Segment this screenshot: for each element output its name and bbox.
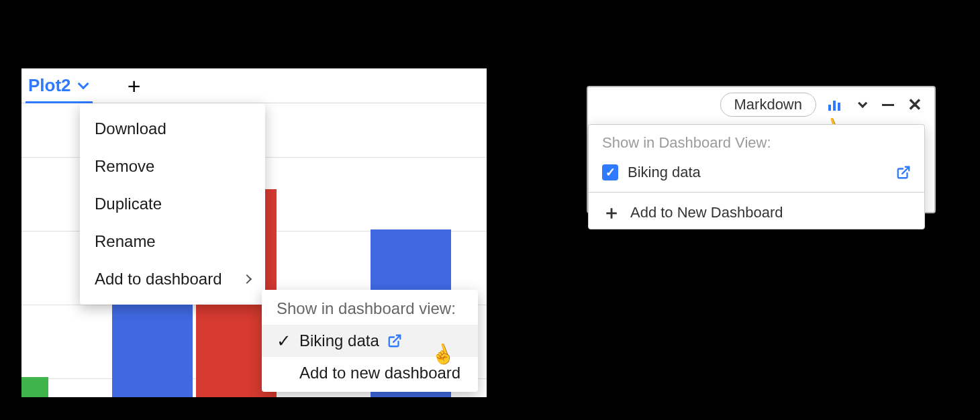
submenu-item-biking-data[interactable]: ✓ Biking data bbox=[262, 325, 478, 357]
submenu-header: Show in dashboard view: bbox=[262, 290, 478, 325]
svg-rect-1 bbox=[828, 105, 831, 111]
add-to-new-dashboard[interactable]: ＋ Add to New Dashboard bbox=[589, 197, 924, 229]
menu-item-label: Duplicate bbox=[95, 195, 162, 213]
menu-item-label: Download bbox=[95, 119, 166, 138]
bar-chart-icon[interactable] bbox=[826, 96, 843, 113]
dashboard-menu-header: Show in Dashboard View: bbox=[589, 125, 924, 157]
menu-item-label: Add to dashboard bbox=[95, 270, 222, 288]
plot-panel: Plot2 + Download Remove Duplicate Rename… bbox=[21, 68, 487, 397]
add-tab-button[interactable]: + bbox=[122, 74, 146, 98]
dashboard-submenu: Show in dashboard view: ✓ Biking data Ad… bbox=[262, 290, 478, 392]
submenu-item-label: Add to new dashboard bbox=[299, 364, 460, 382]
svg-rect-3 bbox=[838, 103, 840, 111]
plus-icon: ＋ bbox=[602, 203, 621, 222]
plus-icon: + bbox=[128, 74, 141, 97]
open-external-icon[interactable] bbox=[387, 333, 402, 348]
chevron-down-icon[interactable] bbox=[77, 78, 89, 89]
checkbox-checked-icon[interactable]: ✓ bbox=[602, 164, 618, 180]
menu-duplicate[interactable]: Duplicate bbox=[80, 185, 265, 223]
dashboard-view-menu: Show in Dashboard View: ✓ Biking data ＋ … bbox=[588, 124, 925, 229]
submenu-item-label: Biking data bbox=[299, 331, 379, 350]
menu-item-label: Rename bbox=[95, 232, 156, 251]
tabbar: Plot2 + bbox=[21, 68, 487, 103]
dashboard-item-label: Add to New Dashboard bbox=[630, 204, 783, 221]
bar-green bbox=[21, 377, 48, 397]
minimize-icon[interactable] bbox=[879, 96, 897, 113]
menu-download[interactable]: Download bbox=[80, 110, 265, 148]
cell-type-label: Markdown bbox=[734, 96, 802, 113]
tab-context-menu: Download Remove Duplicate Rename Add to … bbox=[80, 103, 265, 305]
cell-type-selector[interactable]: Markdown bbox=[720, 93, 816, 117]
tab-label: Plot2 bbox=[28, 75, 71, 96]
svg-line-0 bbox=[393, 335, 400, 342]
menu-remove[interactable]: Remove bbox=[80, 148, 265, 185]
menu-item-label: Remove bbox=[95, 157, 154, 176]
dashboard-item-label: Biking data bbox=[628, 164, 701, 181]
dashboard-item-biking-data[interactable]: ✓ Biking data bbox=[589, 157, 924, 188]
check-icon: ✓ bbox=[277, 332, 291, 350]
svg-rect-2 bbox=[833, 101, 836, 111]
submenu-add-new-dashboard[interactable]: Add to new dashboard bbox=[262, 357, 478, 389]
menu-divider bbox=[589, 192, 924, 193]
close-icon[interactable]: ✕ bbox=[906, 96, 924, 113]
cell-toolbar: Markdown ✕ bbox=[588, 87, 934, 122]
svg-line-4 bbox=[902, 167, 909, 174]
menu-add-to-dashboard[interactable]: Add to dashboard bbox=[80, 260, 265, 298]
menu-rename[interactable]: Rename bbox=[80, 223, 265, 260]
chevron-right-icon bbox=[242, 274, 252, 284]
open-external-icon[interactable] bbox=[896, 165, 911, 180]
tab-plot2[interactable]: Plot2 bbox=[26, 69, 93, 103]
chevron-down-icon[interactable] bbox=[852, 96, 870, 113]
